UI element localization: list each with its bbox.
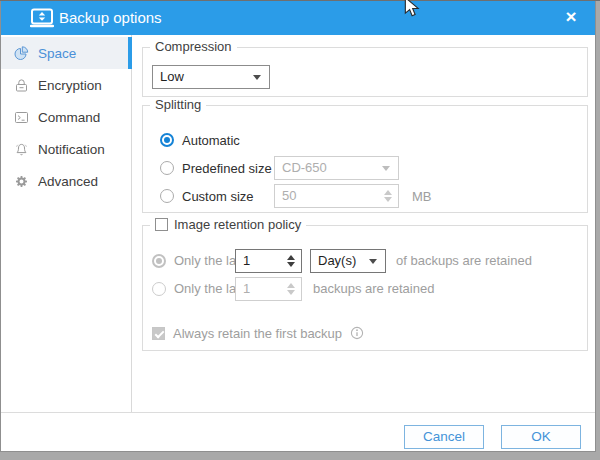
retention-legend: Image retention policy [150,217,306,232]
retain-count-value: 1 [243,281,250,296]
screen: Backup options × Space Encryption [0,0,600,460]
retention-time-rule-row: Only the last 1 Day(s) of backups are re… [152,249,582,273]
always-retain-row: Always retain the first backup [152,323,364,343]
retain-count-suffix: backups are retained [313,277,434,301]
retention-legend-text: Image retention policy [174,217,301,232]
sidebar-item-advanced[interactable]: Advanced [1,165,132,197]
ok-button[interactable]: OK [501,425,581,449]
custom-size-radio[interactable] [160,189,174,203]
spinner-arrows-icon[interactable] [287,250,295,272]
splitting-legend-text: Splitting [155,97,201,112]
predefined-size-value: CD-650 [282,160,327,175]
sidebar-item-encryption[interactable]: Encryption [1,69,132,101]
close-button[interactable]: × [559,1,583,35]
chevron-down-icon [369,259,377,264]
sidebar: Space Encryption Command [1,37,132,197]
splitting-predefined-row: Predefined size CD-650 [160,156,580,180]
retain-by-time-radio[interactable] [152,254,166,268]
retain-count-spinner[interactable]: 1 [235,277,302,301]
selected-accent-bar [128,37,132,69]
automatic-label: Automatic [182,133,240,148]
chevron-down-icon [382,166,390,171]
compression-dropdown[interactable]: Low [152,65,270,89]
background-window-edge [0,0,600,1]
backup-options-dialog: Backup options × Space Encryption [0,0,596,452]
sidebar-item-notification[interactable]: Notification [1,133,132,165]
compression-legend-text: Compression [155,39,232,54]
compression-dropdown-value: Low [160,69,184,84]
cancel-button[interactable]: Cancel [404,425,484,449]
retain-time-count-spinner[interactable]: 1 [235,249,302,273]
sidebar-item-command[interactable]: Command [1,101,132,133]
spinner-arrows-icon[interactable] [384,185,392,207]
sidebar-item-space[interactable]: Space [1,37,132,69]
sidebar-item-label: Space [38,46,76,61]
sidebar-item-label: Command [38,110,100,125]
mouse-cursor [404,0,420,17]
pie-chart-icon [14,46,29,61]
compression-legend: Compression [150,39,237,54]
lock-icon [14,78,29,93]
retain-time-suffix: of backups are retained [396,249,532,273]
spinner-arrows-icon[interactable] [287,278,295,300]
retain-time-unit: Day(s) [318,253,356,268]
terminal-icon [14,110,29,125]
chevron-down-icon [253,75,261,80]
splitting-group: Splitting Automatic Predefined size CD-6… [142,105,588,213]
retain-by-count-radio[interactable] [152,282,166,296]
custom-size-value: 50 [282,188,296,203]
gear-icon [14,174,29,189]
splitting-custom-row: Custom size 50 MB [160,184,580,208]
retention-checkbox[interactable] [155,218,168,231]
sidebar-item-label: Encryption [38,78,102,93]
predefined-size-radio[interactable] [160,161,174,175]
backup-app-icon [30,8,54,28]
sidebar-item-label: Notification [38,142,105,157]
always-retain-label: Always retain the first backup [173,326,342,341]
splitting-legend: Splitting [150,97,206,112]
compression-group: Compression Low [142,47,588,97]
window-title: Backup options [59,1,162,35]
custom-size-unit: MB [412,189,432,204]
splitting-automatic-row: Automatic [160,128,240,152]
retention-count-rule-row: Only the last 1 backups are retained [152,277,582,301]
retain-time-unit-dropdown[interactable]: Day(s) [310,249,386,273]
predefined-size-dropdown[interactable]: CD-650 [274,156,399,180]
retain-time-count: 1 [243,253,250,268]
predefined-size-label: Predefined size [182,161,272,176]
automatic-radio[interactable] [160,133,174,147]
bell-icon [14,142,29,157]
custom-size-label: Custom size [182,189,254,204]
title-bar[interactable]: Backup options × [1,1,595,35]
footer-separator [1,412,595,413]
custom-size-spinner[interactable]: 50 [274,184,399,208]
retention-group: Image retention policy Only the last 1 D… [142,225,588,351]
always-retain-checkbox[interactable] [152,327,165,340]
info-icon[interactable] [350,326,364,340]
sidebar-item-label: Advanced [38,174,98,189]
